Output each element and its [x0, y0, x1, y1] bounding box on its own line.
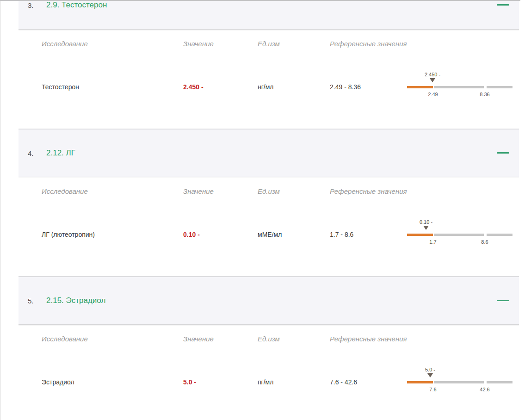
result-value: 0.10 -: [183, 231, 258, 238]
scale-normal-segment: [434, 234, 484, 236]
marker-triangle-icon: [427, 373, 433, 377]
col-header-unit: Ед.изм: [258, 40, 330, 48]
top-divider: [0, 0, 520, 1]
section-number: 4.: [28, 149, 34, 157]
section-header[interactable]: 5. 2.15. Эстрадиол: [19, 276, 519, 325]
scale-high-bound: 42.6: [480, 387, 489, 392]
section-title[interactable]: 2.12. ЛГ: [46, 148, 75, 158]
reference-range: 1.7 - 8.6: [330, 231, 407, 238]
lab-results-list: 3. 2.9. Тестостерон Исследование Значени…: [19, 0, 519, 420]
section-number: 5.: [28, 297, 34, 305]
section-lh: 4. 2.12. ЛГ Исследование Значение Ед.изм…: [19, 129, 519, 276]
col-header-value: Значение: [183, 335, 258, 343]
results-table: Исследование Значение Ед.изм Референсные…: [19, 177, 519, 276]
scale-low-bound: 7.6: [429, 387, 436, 392]
scale-high-segment: [487, 86, 512, 88]
unit: нг/мл: [258, 83, 330, 91]
table-header-row: Исследование Значение Ед.изм Референсные…: [19, 177, 519, 195]
reference-range: 7.6 - 42.6: [330, 378, 407, 386]
table-header-row: Исследование Значение Ед.изм Референсные…: [19, 325, 519, 342]
col-header-study: Исследование: [42, 187, 183, 195]
study-name: Тестостерон: [42, 83, 183, 91]
left-edge-divider: [0, 0, 1, 420]
table-header-row: Исследование Значение Ед.изм Референсные…: [19, 30, 519, 47]
col-header-study: Исследование: [42, 335, 183, 343]
scale-high-bound: 8.36: [480, 92, 489, 97]
col-header-reference: Референсные значения: [330, 40, 407, 48]
section-title[interactable]: 2.9. Тестостерон: [46, 0, 107, 10]
section-number: 3.: [28, 1, 34, 9]
reference-range: 2.49 - 8.36: [330, 83, 407, 91]
scale-high-segment: [487, 381, 512, 383]
scale-low-bound: 1.7: [429, 239, 436, 245]
study-name: ЛГ (лютеотропин): [42, 231, 183, 238]
section-testosterone: 3. 2.9. Тестостерон Исследование Значени…: [19, 0, 519, 129]
col-header-study: Исследование: [42, 40, 183, 48]
table-row: ЛГ (лютеотропин) 0.10 - мМЕ/мл 1.7 - 8.6…: [19, 195, 519, 274]
marker-label: 0.10 -: [420, 219, 432, 225]
reference-scale: 0.10 - 1.7 8.6: [407, 219, 512, 245]
col-header-unit: Ед.изм: [258, 187, 330, 195]
marker-triangle-icon: [423, 226, 429, 230]
reference-scale: 2.450 - 2.49 8.36: [407, 72, 512, 98]
section-header[interactable]: 3. 2.9. Тестостерон: [19, 0, 519, 30]
col-header-reference: Референсные значения: [330, 187, 407, 195]
col-header-unit: Ед.изм: [258, 335, 330, 343]
results-table: Исследование Значение Ед.изм Референсные…: [19, 325, 519, 420]
collapse-minus-icon[interactable]: [497, 152, 509, 154]
study-name: Эстрадиол: [42, 378, 183, 386]
scale-low-segment: [407, 234, 433, 236]
marker-triangle-icon: [430, 78, 435, 82]
col-header-reference: Референсные значения: [330, 335, 407, 343]
unit: пг/мл: [258, 378, 330, 386]
scale-normal-segment: [434, 381, 484, 383]
table-row: Тестостерон 2.450 - нг/мл 2.49 - 8.36 2.…: [19, 47, 519, 127]
scale-high-bound: 8.6: [481, 239, 488, 245]
reference-scale: 5.0 - 7.6 42.6: [407, 367, 512, 393]
scale-low-segment: [407, 86, 433, 88]
scale-high-segment: [487, 234, 512, 236]
scale-low-segment: [407, 381, 433, 383]
col-header-value: Значение: [183, 187, 258, 195]
section-estradiol: 5. 2.15. Эстрадиол Исследование Значение…: [19, 276, 519, 420]
result-value: 2.450 -: [183, 83, 258, 91]
marker-label: 2.450 -: [425, 72, 440, 77]
marker-label: 5.0 -: [425, 367, 435, 372]
col-header-value: Значение: [183, 40, 258, 48]
unit: мМЕ/мл: [258, 231, 330, 238]
collapse-minus-icon[interactable]: [497, 300, 509, 301]
result-value: 5.0 -: [183, 378, 258, 386]
collapse-minus-icon[interactable]: [497, 4, 509, 6]
scale-low-bound: 2.49: [428, 92, 438, 97]
table-row: Эстрадиол 5.0 - пг/мл 7.6 - 42.6 5.0 - 7…: [19, 342, 519, 420]
scale-normal-segment: [434, 86, 484, 88]
section-title[interactable]: 2.15. Эстрадиол: [46, 296, 105, 305]
section-header[interactable]: 4. 2.12. ЛГ: [19, 129, 519, 177]
results-table: Исследование Значение Ед.изм Референсные…: [19, 30, 519, 129]
